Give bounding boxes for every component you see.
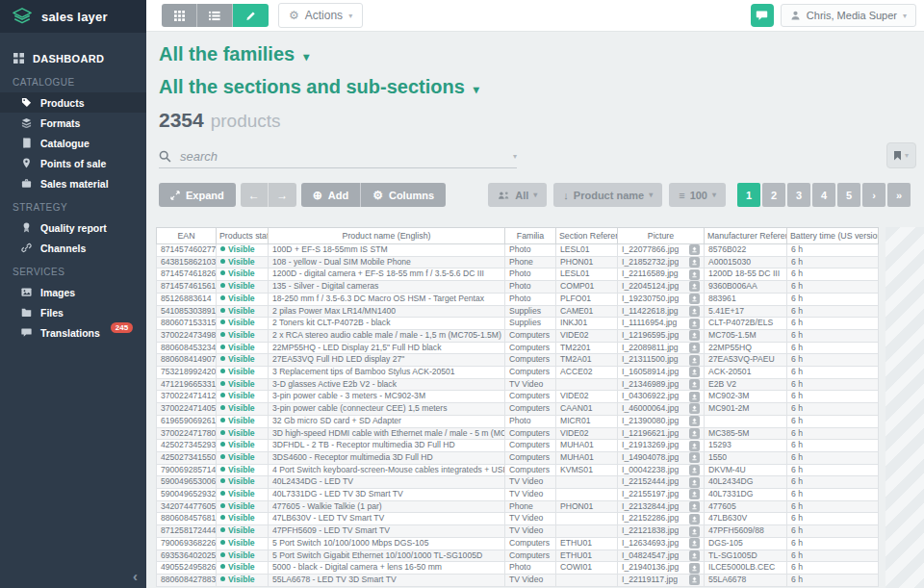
table-row[interactable]: 3700224714123Visible3-pin power cable - … [157, 391, 879, 403]
search-input[interactable]: search ▾ [159, 145, 517, 168]
columns-button[interactable]: ⚙ Columns [361, 183, 446, 207]
table-row[interactable]: 753218992420Visible3 Replacement tips of… [157, 367, 879, 379]
sidebar-item-translations[interactable]: Translations 245 [0, 322, 146, 343]
pagination-last-button[interactable]: » [887, 183, 911, 207]
upload-icon[interactable] [689, 269, 700, 280]
table-row[interactable]: 619659069261Visible32 Gb micro SD card +… [157, 415, 879, 427]
chat-button[interactable] [751, 4, 774, 27]
page-size-button[interactable]: ≡ 100 ▾ [669, 183, 726, 207]
pagination-next-button[interactable]: › [862, 183, 886, 207]
table-row[interactable]: 3420744776059Visible477605 - Walkie Talk… [157, 500, 879, 513]
upload-icon[interactable] [689, 550, 700, 561]
table-row[interactable]: 5410853038917Visible2 pilas Power Max LR… [157, 305, 879, 318]
column-header-ean[interactable]: EAN [157, 228, 217, 244]
table-row[interactable]: 4250273415506Visible3DS4600 - Receptor m… [157, 451, 879, 464]
upload-icon[interactable] [689, 355, 700, 366]
upload-icon[interactable] [689, 416, 700, 426]
upload-icon[interactable] [689, 306, 700, 317]
upload-icon[interactable] [689, 452, 700, 463]
sidebar-item-sales-material[interactable]: Sales material [0, 173, 146, 193]
table-row[interactable]: 8714574615615Visible135 - Silver - Digit… [157, 281, 879, 294]
column-header-manufacturer-reference[interactable]: Manufacturer Reference [705, 228, 787, 244]
table-row[interactable]: 8714574602776Visible100D + EF-S 18-55mm … [157, 244, 879, 257]
table-row[interactable]: 8806084532343Visible22MP55HQ - LED Displ… [157, 342, 879, 354]
column-header-status[interactable]: Products status [217, 228, 269, 244]
upload-icon[interactable] [689, 538, 700, 549]
upload-icon[interactable] [689, 575, 700, 585]
upload-icon[interactable] [689, 281, 700, 292]
upload-icon[interactable] [689, 392, 700, 402]
table-row[interactable]: 5900496529328Visible40L7331DG - LED TV 3… [157, 489, 879, 501]
upload-icon[interactable] [689, 343, 700, 353]
table-row[interactable]: 6438158621039Visible108 - yellow - Dual … [157, 256, 879, 268]
upload-icon[interactable] [689, 465, 700, 475]
upload-icon[interactable] [689, 514, 700, 524]
table-row[interactable]: 8806084278838Visible55LA6678 - LED TV 3D… [157, 574, 879, 586]
edit-view-button[interactable] [233, 4, 269, 27]
bookmark-filter-button[interactable]: ▾ [886, 142, 916, 168]
sections-filter-heading[interactable]: All the sections and sub-sections ▾ [159, 76, 479, 98]
pagination-page-5[interactable]: 5 [837, 183, 860, 207]
sidebar-item-images[interactable]: Images [0, 282, 146, 302]
table-row[interactable]: 3700224714055Visible3-pin power cable (c… [157, 403, 879, 416]
list-view-button[interactable] [197, 4, 233, 27]
column-header-familia[interactable]: Familia [505, 228, 556, 244]
table-row[interactable]: 3700224734985Visible2 x RCA stereo audio… [157, 329, 879, 342]
forward-button[interactable]: → [269, 183, 296, 207]
upload-icon[interactable] [689, 294, 700, 304]
table-row[interactable]: 8714574618265Visible1200D - digital came… [157, 268, 879, 281]
upload-icon[interactable] [689, 441, 700, 451]
column-header-battery-time[interactable]: Battery time (US version) [787, 228, 879, 244]
sidebar-item-files[interactable]: Files [0, 302, 146, 322]
column-header-section-reference[interactable]: Section Reference [556, 228, 618, 244]
upload-icon[interactable] [689, 379, 700, 390]
logo[interactable]: sales layer [0, 0, 146, 33]
pagination-page-4[interactable]: 4 [812, 183, 835, 207]
upload-icon[interactable] [689, 489, 700, 499]
upload-icon[interactable] [689, 330, 700, 341]
sidebar-item-catalogue[interactable]: Catalogue [0, 133, 146, 153]
upload-icon[interactable] [689, 403, 700, 414]
upload-icon[interactable] [689, 477, 700, 488]
upload-icon[interactable] [689, 428, 700, 439]
upload-icon[interactable] [689, 563, 700, 574]
upload-icon[interactable] [689, 367, 700, 377]
sidebar-item-points-of-sale[interactable]: Points of sale [0, 153, 146, 173]
table-row[interactable]: 8806084576811Visible47LB630V - LED TV Sm… [157, 513, 879, 525]
table-row[interactable]: 8806084149077Visible27EA53VQ Full HD LED… [157, 354, 879, 367]
upload-icon[interactable] [689, 501, 700, 512]
upload-icon[interactable] [689, 319, 700, 329]
column-header-picture[interactable]: Picture [618, 228, 705, 244]
pagination-page-3[interactable]: 3 [787, 183, 810, 207]
actions-button[interactable]: ⚙ Actions ▾ [278, 3, 363, 28]
pagination-page-1[interactable]: 1 [737, 183, 760, 207]
families-filter-heading[interactable]: All the families ▾ [159, 43, 309, 65]
upload-icon[interactable] [689, 244, 700, 255]
table-row[interactable]: 5900496530065Visible40L2434DG - LED TVTV… [157, 476, 879, 489]
sidebar-item-quality-report[interactable]: Quality report [0, 217, 146, 238]
sidebar-item-formats[interactable]: Formats [0, 113, 146, 133]
table-row[interactable]: 3700224717803Visible3D high-speed HDMI c… [157, 427, 879, 440]
table-row[interactable]: 4250273452938Visible3DFHDL - 2 TB - Rece… [157, 440, 879, 452]
pagination-page-2[interactable]: 2 [762, 183, 785, 207]
user-menu-button[interactable]: Chris, Media Super ▾ [781, 4, 916, 27]
table-row[interactable]: 8712581724443Visible47PFH5609 - LED TV S… [157, 525, 879, 538]
sidebar-item-dashboard[interactable]: DASHBOARD [0, 48, 146, 68]
table-row[interactable]: 4712196653316Visible3-D glasses Active E… [157, 378, 879, 391]
sidebar-item-products[interactable]: Products [0, 92, 146, 113]
add-button[interactable]: ⊕ Add [301, 183, 361, 207]
sidebar-collapse-button[interactable]: ‹ [133, 568, 138, 584]
expand-button[interactable]: Expand [159, 183, 236, 207]
table-row[interactable]: 790069285714Visible4 Port Switch keyboar… [157, 464, 879, 476]
sidebar-item-channels[interactable]: Channels [0, 238, 146, 258]
scope-filter-button[interactable]: All ▾ [488, 183, 547, 207]
table-row[interactable]: 85126883614Visible18-250 mm f / 3.5-6.3 … [157, 293, 879, 305]
sort-filter-button[interactable]: ↓ Product name ▾ [553, 183, 662, 207]
table-row[interactable]: 8806071533155Visible2 Toners kit CLT-P40… [157, 318, 879, 330]
back-button[interactable]: ← [241, 183, 269, 207]
upload-icon[interactable] [689, 257, 700, 268]
table-row[interactable]: 6935364020255Visible5 Port Switch Gigabi… [157, 550, 879, 562]
column-header-product-name[interactable]: Product name (English) [269, 228, 505, 244]
upload-icon[interactable] [689, 526, 700, 537]
table-row[interactable]: 790069368226Visible5 Port Switch 10/100/… [157, 537, 879, 550]
